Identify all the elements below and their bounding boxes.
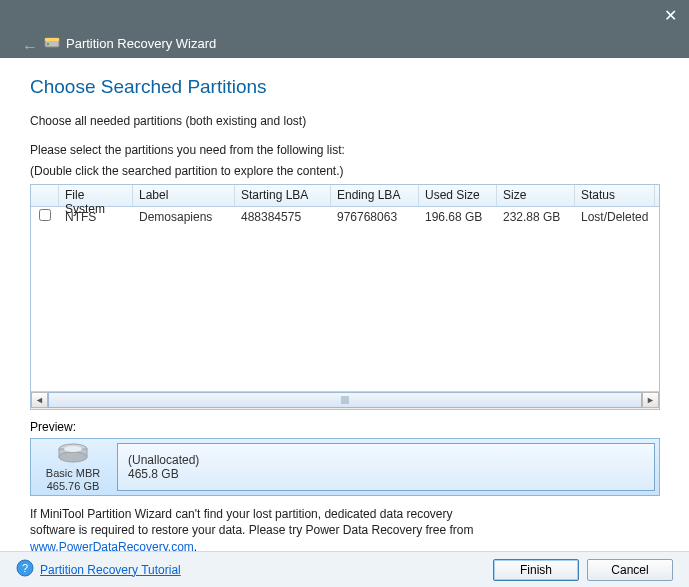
cell-starting-lba: 488384575 (235, 208, 331, 226)
col-size[interactable]: Size (497, 185, 575, 206)
scroll-right-icon[interactable]: ► (642, 392, 659, 408)
preview-panel: Basic MBR465.76 GB (Unallocated) 465.8 G… (30, 438, 660, 496)
footer-bar: ? Partition Recovery Tutorial Finish Can… (0, 551, 689, 587)
cell-filesystem: NTFS (59, 208, 133, 226)
table-row[interactable]: NTFS Demosapiens 488384575 976768063 196… (31, 207, 659, 227)
cancel-button[interactable]: Cancel (587, 559, 673, 581)
svg-text:?: ? (22, 562, 28, 574)
partition-name: (Unallocated) (128, 453, 644, 467)
page-heading: Choose Searched Partitions (30, 76, 665, 98)
svg-rect-1 (45, 38, 59, 41)
cell-used-size: 196.68 GB (419, 208, 497, 226)
disk-size: 465.76 GB (47, 480, 100, 492)
scroll-left-icon[interactable]: ◄ (31, 392, 48, 408)
recovery-note: If MiniTool Partition Wizard can't find … (30, 506, 590, 556)
partition-size: 465.8 GB (128, 467, 644, 481)
col-ending-lba[interactable]: Ending LBA (331, 185, 419, 206)
partition-table: File System Label Starting LBA Ending LB… (30, 184, 660, 410)
col-used-size[interactable]: Used Size (419, 185, 497, 206)
instruction-select: Please select the partitions you need fr… (30, 142, 665, 159)
back-icon[interactable]: ← (22, 38, 38, 56)
cell-label: Demosapiens (133, 208, 235, 226)
horizontal-scrollbar[interactable]: ◄ ► (31, 391, 659, 409)
help-icon[interactable]: ? (16, 559, 34, 581)
window-title: Partition Recovery Wizard (66, 36, 216, 51)
disk-icon (56, 441, 90, 467)
close-icon[interactable]: ✕ (664, 6, 677, 25)
svg-point-2 (47, 43, 49, 45)
cell-ending-lba: 976768063 (331, 208, 419, 226)
instruction-hint: (Double click the searched partition to … (30, 163, 665, 180)
partition-block[interactable]: (Unallocated) 465.8 GB (117, 443, 655, 491)
title-bar: ✕ ← Partition Recovery Wizard (0, 0, 689, 58)
svg-point-5 (59, 452, 87, 462)
app-icon (44, 34, 60, 53)
table-header: File System Label Starting LBA Ending LB… (31, 185, 659, 207)
col-starting-lba[interactable]: Starting LBA (235, 185, 331, 206)
col-status[interactable]: Status (575, 185, 655, 206)
col-filesystem[interactable]: File System (59, 185, 133, 206)
disk-tile[interactable]: Basic MBR465.76 GB (35, 443, 111, 491)
cell-status: Lost/Deleted (575, 208, 655, 226)
finish-button[interactable]: Finish (493, 559, 579, 581)
svg-point-6 (64, 446, 82, 452)
cell-size: 232.88 GB (497, 208, 575, 226)
row-checkbox[interactable] (39, 209, 51, 221)
col-label[interactable]: Label (133, 185, 235, 206)
instruction-primary: Choose all needed partitions (both exist… (30, 114, 665, 128)
preview-label: Preview: (30, 420, 665, 434)
tutorial-link[interactable]: Partition Recovery Tutorial (40, 563, 181, 577)
disk-type: Basic MBR (46, 467, 100, 479)
